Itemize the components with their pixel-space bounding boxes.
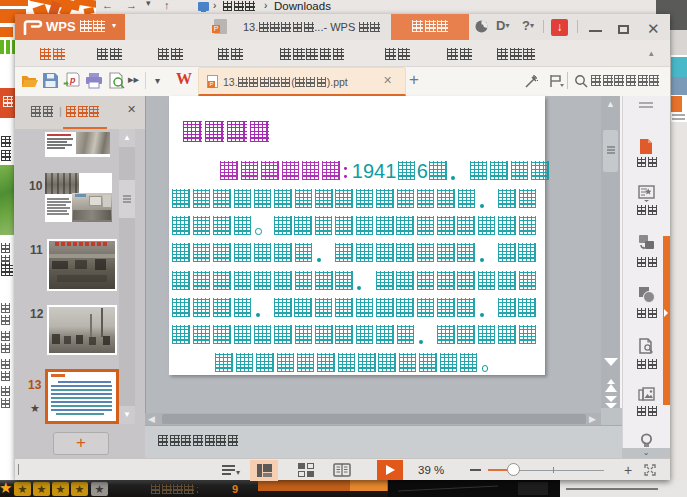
svg-text:p: p	[69, 75, 76, 85]
